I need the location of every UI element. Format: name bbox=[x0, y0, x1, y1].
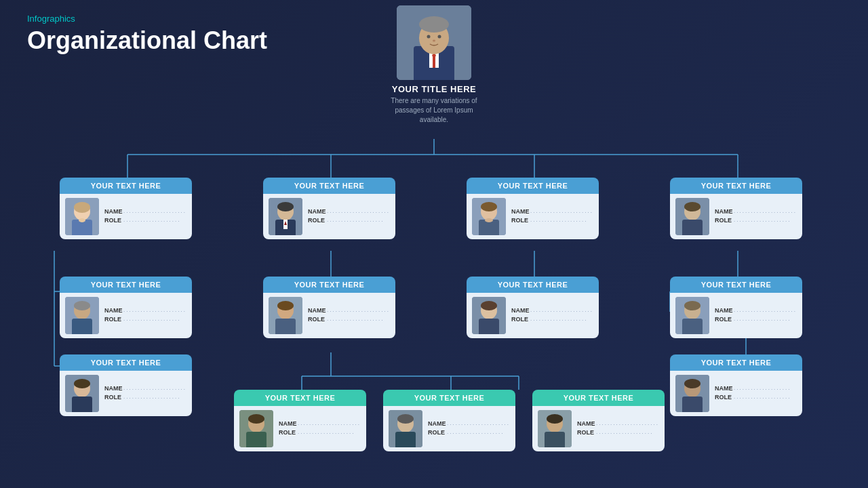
svg-rect-63 bbox=[72, 396, 92, 412]
svg-rect-67 bbox=[275, 319, 296, 334]
svg-rect-59 bbox=[72, 319, 92, 334]
card-11-body: NAME ...................... ROLE .......… bbox=[383, 406, 515, 451]
card-10-body: NAME ...................... ROLE .......… bbox=[234, 406, 366, 451]
card-3-body: NAME ...................... ROLE .......… bbox=[467, 194, 599, 239]
card-2: YOUR TEXT HERE NAME ....................… bbox=[263, 178, 395, 239]
svg-point-62 bbox=[74, 379, 90, 388]
card-11-photo bbox=[389, 410, 422, 447]
svg-rect-4 bbox=[433, 56, 435, 68]
card-far-right-3-header: YOUR TEXT HERE bbox=[670, 354, 802, 371]
card-4-header: YOUR TEXT HERE bbox=[670, 178, 802, 194]
svg-point-54 bbox=[684, 202, 701, 211]
card-far-right-3-info: NAME .................... ROLE .........… bbox=[715, 385, 797, 403]
card-12-body: NAME ...................... ROLE .......… bbox=[532, 406, 665, 451]
card-6: YOUR TEXT HERE NAME ....................… bbox=[60, 354, 192, 416]
card-4-info: NAME ...................... ROLE .......… bbox=[715, 208, 797, 226]
card-1-info: NAME ...................... ROLE .......… bbox=[104, 208, 186, 226]
main-title: Organizational Chart bbox=[27, 26, 267, 55]
card-6-info: NAME ...................... ROLE .......… bbox=[104, 385, 186, 403]
card-12-header: YOUR TEXT HERE bbox=[532, 390, 665, 406]
card-7: YOUR TEXT HERE NAME ....................… bbox=[263, 277, 395, 338]
svg-point-49 bbox=[481, 202, 497, 211]
svg-rect-71 bbox=[479, 319, 499, 334]
card-5-header: YOUR TEXT HERE bbox=[60, 277, 192, 293]
card-far-right-3-photo bbox=[675, 375, 709, 412]
svg-point-8 bbox=[438, 35, 441, 39]
card-4-photo bbox=[675, 198, 709, 235]
card-10-header: YOUR TEXT HERE bbox=[234, 390, 366, 406]
svg-rect-87 bbox=[545, 432, 565, 447]
svg-rect-79 bbox=[246, 432, 267, 447]
card-7-info: NAME ...................... ROLE .......… bbox=[308, 307, 390, 325]
card-8-body: NAME ...................... ROLE .......… bbox=[467, 293, 599, 338]
svg-point-40 bbox=[79, 218, 85, 222]
card-4: YOUR TEXT HERE NAME ....................… bbox=[670, 178, 802, 239]
svg-point-7 bbox=[427, 35, 431, 39]
svg-rect-83 bbox=[395, 432, 416, 447]
svg-rect-75 bbox=[682, 319, 703, 334]
card-6-body: NAME ...................... ROLE .......… bbox=[60, 371, 192, 416]
card-11-header: YOUR TEXT HERE bbox=[383, 390, 515, 406]
svg-point-74 bbox=[684, 301, 701, 310]
card-4-body: NAME ...................... ROLE .......… bbox=[670, 194, 802, 239]
card-9: YOUR TEXT HERE NAME ....................… bbox=[670, 277, 802, 338]
top-person: YOUR TITLE HERE There are many variation… bbox=[387, 5, 481, 125]
card-9-header: YOUR TEXT HERE bbox=[670, 277, 802, 293]
card-12-photo bbox=[538, 410, 572, 447]
svg-rect-91 bbox=[682, 396, 703, 412]
card-2-body: NAME ...................... ROLE .......… bbox=[263, 194, 395, 239]
card-7-header: YOUR TEXT HERE bbox=[263, 277, 395, 293]
card-2-info: NAME ...................... ROLE .......… bbox=[308, 208, 390, 226]
card-5-body: NAME ...................... ROLE .......… bbox=[60, 293, 192, 338]
card-3-photo bbox=[472, 198, 506, 235]
svg-point-66 bbox=[277, 301, 294, 310]
card-8-header: YOUR TEXT HERE bbox=[467, 277, 599, 293]
card-1: YOUR TEXT HERE NAME ....................… bbox=[60, 178, 192, 239]
card-3: YOUR TEXT HERE NAME ....................… bbox=[467, 178, 599, 239]
card-5-info: NAME ...................... ROLE .......… bbox=[104, 307, 186, 325]
card-3-header: YOUR TEXT HERE bbox=[467, 178, 599, 194]
card-6-header: YOUR TEXT HERE bbox=[60, 354, 192, 371]
card-9-info: NAME ...................... ROLE .......… bbox=[715, 307, 797, 325]
card-10: YOUR TEXT HERE NAME ....................… bbox=[234, 390, 366, 451]
card-11-info: NAME ...................... ROLE .......… bbox=[428, 420, 510, 438]
header: Infographics Organizational Chart bbox=[27, 14, 267, 55]
svg-point-51 bbox=[485, 218, 493, 222]
card-2-header: YOUR TEXT HERE bbox=[263, 178, 395, 194]
card-9-photo bbox=[675, 297, 709, 334]
card-11: YOUR TEXT HERE NAME ....................… bbox=[383, 390, 515, 451]
card-8: YOUR TEXT HERE NAME ....................… bbox=[467, 277, 599, 338]
card-10-photo bbox=[239, 410, 273, 447]
card-12: YOUR TEXT HERE NAME ....................… bbox=[532, 390, 665, 451]
card-1-photo bbox=[65, 198, 99, 235]
top-person-title: YOUR TITLE HERE bbox=[392, 84, 477, 94]
card-8-photo bbox=[472, 297, 506, 334]
card-5: YOUR TEXT HERE NAME ....................… bbox=[60, 277, 192, 338]
svg-point-58 bbox=[74, 301, 90, 310]
svg-point-43 bbox=[277, 202, 294, 211]
svg-point-38 bbox=[74, 202, 90, 213]
card-3-info: NAME ...................... ROLE .......… bbox=[511, 208, 593, 226]
page: Infographics Organizational Chart bbox=[0, 0, 868, 488]
infographics-label: Infographics bbox=[27, 14, 267, 24]
svg-rect-55 bbox=[682, 220, 703, 235]
card-1-body: NAME ...................... ROLE .......… bbox=[60, 194, 192, 239]
card-7-photo bbox=[269, 297, 302, 334]
card-far-right-3: YOUR TEXT HERE NAME ....................… bbox=[670, 354, 802, 416]
card-9-body: NAME ...................... ROLE .......… bbox=[670, 293, 802, 338]
card-far-right-3-body: NAME .................... ROLE .........… bbox=[670, 371, 802, 416]
card-1-header: YOUR TEXT HERE bbox=[60, 178, 192, 194]
card-5-photo bbox=[65, 297, 99, 334]
card-6-photo bbox=[65, 375, 99, 412]
svg-point-90 bbox=[684, 379, 701, 388]
top-person-photo bbox=[397, 5, 471, 80]
svg-point-82 bbox=[397, 414, 414, 424]
card-2-photo bbox=[269, 198, 302, 235]
card-12-info: NAME ...................... ROLE .......… bbox=[577, 420, 659, 438]
top-person-subtitle: There are many variations of passages of… bbox=[387, 96, 481, 125]
card-7-body: NAME ...................... ROLE .......… bbox=[263, 293, 395, 338]
card-8-info: NAME ...................... ROLE .......… bbox=[511, 307, 593, 325]
svg-point-70 bbox=[481, 301, 497, 310]
card-10-info: NAME ...................... ROLE .......… bbox=[279, 420, 361, 438]
svg-point-6 bbox=[419, 16, 449, 33]
